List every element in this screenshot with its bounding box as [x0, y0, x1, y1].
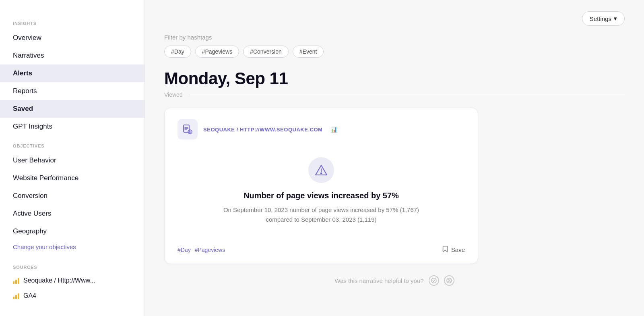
sidebar-item-reports[interactable]: Reports — [0, 82, 144, 100]
card-tag-day[interactable]: #Day — [178, 247, 191, 253]
sidebar-item-user-behavior[interactable]: User Behavior — [0, 152, 144, 169]
sidebar: INSIGHTS Overview Narratives Alerts Repo… — [0, 0, 145, 316]
chevron-down-icon: ▾ — [614, 15, 617, 22]
hashtag-pill-event[interactable]: #Event — [293, 46, 324, 58]
date-heading: Monday, Sep 11 — [164, 69, 625, 88]
card-footer: #Day #Pageviews Save — [178, 245, 465, 254]
sidebar-item-narratives[interactable]: Narratives — [0, 47, 144, 64]
helpful-text: Was this narrative helpful to you? — [334, 277, 423, 284]
top-bar: Settings ▾ — [164, 11, 625, 26]
hashtag-pills: #Day #Pageviews #Conversion #Event — [164, 46, 625, 58]
card-tags: #Day #Pageviews — [178, 247, 225, 253]
svg-point-8 — [431, 278, 436, 283]
alert-triangle-icon — [315, 164, 328, 177]
narrative-card: δ SEOQUAKE / HTTP://WWW.SEOQUAKE.COM 📊 N… — [164, 108, 478, 264]
card-tag-pageviews[interactable]: #Pageviews — [195, 247, 225, 253]
viewed-divider: Viewed — [164, 91, 625, 98]
sidebar-item-website-performance[interactable]: Website Performance — [0, 169, 144, 187]
main-content: Settings ▾ Filter by hashtags #Day #Page… — [145, 0, 644, 316]
alert-circle — [308, 157, 334, 183]
document-analytics-icon: δ — [182, 124, 193, 135]
svg-text:δ: δ — [189, 131, 191, 134]
card-source-name: SEOQUAKE / HTTP://WWW.SEOQUAKE.COM — [203, 127, 322, 133]
hashtag-pill-day[interactable]: #Day — [164, 46, 191, 58]
save-button[interactable]: Save — [442, 245, 465, 254]
bookmark-icon — [442, 245, 448, 254]
card-main-text: Number of page views increased by 57% — [244, 191, 399, 200]
bar-chart-icon — [13, 277, 19, 284]
filter-label: Filter by hashtags — [164, 34, 625, 41]
trend-icon: 📊 — [330, 126, 337, 133]
helpful-yes-icon[interactable] — [429, 275, 439, 286]
sidebar-item-conversion[interactable]: Conversion — [0, 187, 144, 205]
sidebar-source-ga4[interactable]: GA4 — [0, 288, 144, 304]
hashtag-pill-pageviews[interactable]: #Pageviews — [195, 46, 239, 58]
helpful-bar: Was this narrative helpful to you? — [164, 275, 625, 286]
sidebar-item-alerts[interactable]: Alerts — [0, 64, 144, 82]
card-source-icon-box: δ — [178, 119, 198, 139]
hashtag-pill-conversion[interactable]: #Conversion — [243, 46, 289, 58]
settings-button[interactable]: Settings ▾ — [582, 11, 625, 26]
sidebar-source-seoquake[interactable]: Seoquake / Http://Www... — [0, 273, 144, 288]
card-sub-text: On September 10, 2023 number of page vie… — [221, 205, 422, 225]
sidebar-item-gpt-insights[interactable]: GPT Insights — [0, 118, 144, 135]
sidebar-item-overview[interactable]: Overview — [0, 29, 144, 47]
bar-chart-icon-ga4 — [13, 293, 19, 299]
svg-point-7 — [321, 173, 322, 174]
card-alert-section: Number of page views increased by 57% On… — [178, 151, 465, 234]
sidebar-item-geography[interactable]: Geography — [0, 222, 144, 240]
insights-section-label: INSIGHTS — [0, 13, 144, 29]
sidebar-item-saved[interactable]: Saved — [0, 100, 144, 118]
change-objectives-link[interactable]: Change your objectives — [0, 240, 144, 257]
sources-section-label: SOURCES — [0, 257, 144, 273]
helpful-no-icon[interactable] — [444, 275, 454, 286]
sidebar-item-active-users[interactable]: Active Users — [0, 205, 144, 222]
objectives-section-label: OBJECTIVES — [0, 135, 144, 152]
card-source-row: δ SEOQUAKE / HTTP://WWW.SEOQUAKE.COM 📊 — [178, 119, 465, 139]
